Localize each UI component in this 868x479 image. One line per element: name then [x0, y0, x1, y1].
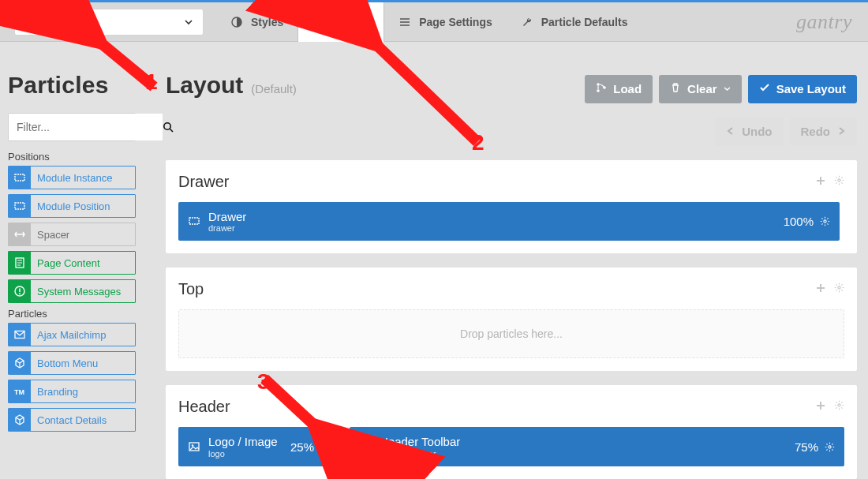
brand-logo: gantry	[796, 10, 852, 34]
svg-point-29	[324, 446, 327, 448]
tab-layout[interactable]: Layout	[297, 2, 384, 42]
layout-block[interactable]: Logo / Imagelogo25%	[178, 427, 340, 466]
particle-pill[interactable]: TMBranding	[8, 380, 136, 403]
pill-label: Contact Details	[31, 414, 107, 426]
group-particles-label: Particles	[8, 308, 136, 320]
pill-label: Module Instance	[31, 172, 112, 184]
button-label: Save Layout	[776, 82, 846, 95]
sidebar: Particles Positions Module InstanceModul…	[0, 42, 144, 479]
sidebar-heading: Particles	[8, 72, 136, 99]
svg-point-26	[838, 404, 840, 406]
filter-input[interactable]	[9, 114, 163, 140]
plus-icon[interactable]	[815, 283, 826, 296]
image-icon	[188, 440, 200, 453]
block-name: Logo / Image	[208, 435, 278, 448]
svg-rect-9	[15, 203, 24, 209]
top-navbar: Base Outline Styles Layout Page Settings	[0, 2, 868, 42]
module-position-icon	[188, 215, 200, 227]
pill-label: System Messages	[31, 286, 121, 298]
block-pct: 25%	[290, 440, 314, 454]
gear-icon[interactable]	[834, 283, 844, 296]
contrast-icon	[230, 16, 243, 28]
svg-rect-8	[15, 174, 24, 181]
particle-pill[interactable]: Page Content	[8, 251, 136, 275]
gear-icon[interactable]	[320, 442, 331, 452]
tab-label: Layout	[333, 16, 369, 28]
block-name: Header Toolbar	[380, 435, 460, 448]
layout-section: DrawerDrawerdrawer100%	[166, 160, 857, 254]
particle-pill[interactable]: Contact Details	[8, 408, 136, 432]
plus-icon[interactable]	[815, 400, 826, 414]
tab-page-settings[interactable]: Page Settings	[384, 2, 507, 42]
block-sub: header-toolbar	[380, 449, 460, 459]
nav-tabs: Styles Layout Page Settings Particle Def…	[216, 2, 642, 42]
block-name: Drawer	[208, 210, 246, 223]
module-instance-icon	[9, 167, 31, 189]
cube-icon	[9, 352, 31, 374]
chevron-down-icon	[184, 17, 193, 27]
columns-icon	[312, 16, 325, 28]
pill-label: Bottom Menu	[31, 357, 98, 369]
pill-label: Ajax Mailchimp	[31, 329, 106, 341]
particle-pill[interactable]: Module Instance	[8, 166, 136, 189]
wrench-icon	[521, 16, 533, 28]
arrow-left-icon	[726, 125, 735, 138]
particle-pill[interactable]: Module Position	[8, 194, 136, 218]
pill-label: Module Position	[31, 200, 110, 212]
section-title: Header	[178, 398, 230, 416]
arrow-right-icon	[836, 125, 846, 138]
page-content-icon	[9, 252, 31, 274]
particle-pill[interactable]: Bottom Menu	[8, 351, 136, 375]
cube-icon	[359, 440, 372, 453]
undo-button[interactable]: Undo	[715, 118, 783, 146]
dropzone[interactable]: Drop particles here...	[178, 309, 844, 358]
button-label: Redo	[801, 125, 831, 138]
redo-button[interactable]: Redo	[790, 118, 858, 146]
tm-icon: TM	[9, 380, 31, 402]
button-label: Undo	[742, 125, 772, 138]
pill-label: Spacer	[31, 229, 69, 241]
layout-block[interactable]: Header Toolbarheader-toolbar75%	[350, 427, 844, 466]
outline-select[interactable]: Base Outline	[14, 9, 204, 36]
block-sub: logo	[208, 449, 278, 459]
particle-pill[interactable]: Ajax Mailchimp	[8, 323, 136, 346]
save-layout-button[interactable]: Save Layout	[748, 75, 857, 103]
module-position-icon	[9, 195, 31, 217]
check-icon	[759, 82, 770, 95]
gear-icon[interactable]	[820, 216, 830, 226]
pill-label: Page Content	[31, 257, 100, 269]
system-messages-icon	[9, 280, 31, 302]
plus-icon[interactable]	[815, 175, 826, 189]
svg-point-24	[824, 220, 826, 223]
main-area: Layout (Default) Load Clear Save Layout	[144, 42, 868, 479]
load-button[interactable]: Load	[585, 75, 653, 103]
envelope-icon	[9, 324, 31, 346]
button-label: Clear	[687, 82, 717, 95]
layout-section: TopDrop particles here...	[166, 268, 857, 371]
tab-particle-defaults[interactable]: Particle Defaults	[507, 2, 642, 42]
clear-button[interactable]: Clear	[659, 75, 742, 103]
layout-block[interactable]: Drawerdrawer100%	[178, 202, 840, 241]
tab-label: Particle Defaults	[541, 16, 628, 28]
tab-styles[interactable]: Styles	[216, 2, 297, 42]
svg-text:TM: TM	[14, 388, 24, 396]
chevron-down-icon	[724, 85, 731, 92]
svg-point-30	[829, 446, 831, 448]
block-pct: 100%	[784, 215, 814, 228]
tab-label: Page Settings	[419, 16, 492, 28]
group-positions-label: Positions	[8, 151, 136, 163]
svg-point-19	[597, 83, 600, 86]
particle-pill[interactable]: System Messages	[8, 279, 136, 303]
gear-icon[interactable]	[825, 442, 835, 452]
block-sub: drawer	[208, 223, 246, 234]
cube-icon	[9, 409, 31, 431]
gear-icon[interactable]	[834, 175, 844, 189]
tab-label: Styles	[251, 16, 283, 28]
page-title: Layout	[166, 72, 243, 99]
outline-select-label: Base Outline	[24, 15, 97, 28]
svg-point-16	[19, 293, 21, 294]
particle-pill[interactable]: Spacer	[8, 223, 136, 246]
gear-icon[interactable]	[834, 400, 844, 414]
filter-field[interactable]	[8, 113, 136, 141]
button-label: Load	[613, 82, 642, 95]
